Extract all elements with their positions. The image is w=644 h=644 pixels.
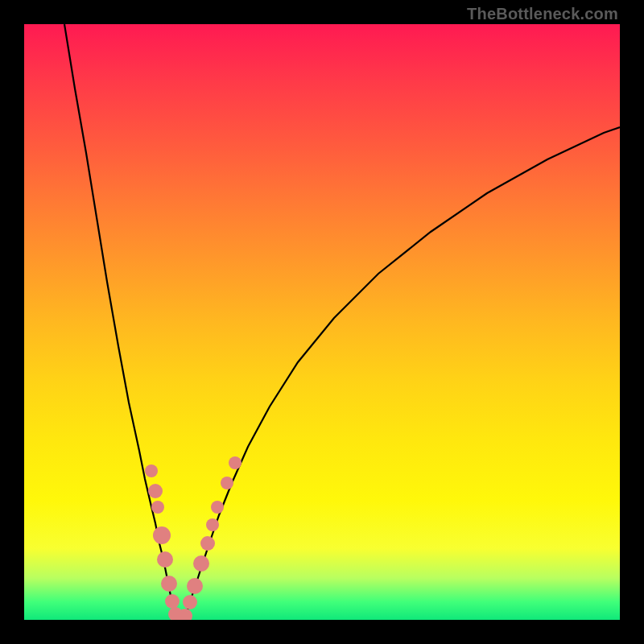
chart-frame: TheBottleneck.com [0, 0, 644, 644]
bead-marker [183, 595, 197, 609]
curve-group [64, 24, 620, 620]
bead-marker [145, 464, 158, 477]
bead-marker [153, 526, 171, 544]
bead-marker [161, 576, 177, 592]
beads-group [145, 456, 242, 620]
bead-marker [165, 594, 180, 609]
bead-marker [148, 484, 163, 498]
chart-svg [24, 24, 620, 620]
bead-marker [200, 536, 215, 551]
bead-marker [229, 456, 242, 469]
plot-area [24, 24, 620, 620]
bead-marker [211, 501, 224, 514]
bead-marker [193, 555, 209, 572]
bead-marker [221, 477, 233, 489]
bead-marker [157, 551, 173, 568]
bead-marker [151, 501, 164, 514]
watermark-text: TheBottleneck.com [467, 5, 618, 23]
right-branch-curve [185, 127, 620, 620]
bead-marker [187, 578, 203, 594]
bead-marker [206, 518, 219, 531]
